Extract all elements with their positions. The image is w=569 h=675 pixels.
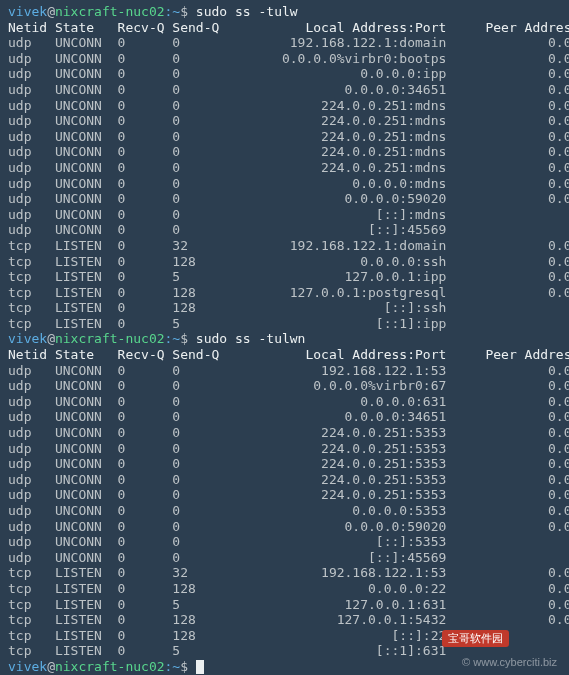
table-row: udp UNCONN 0 0 0.0.0.0:mdns 0.0.0.0:* [8, 176, 561, 192]
table-row: udp UNCONN 0 0 0.0.0.0:631 0.0.0.0:* [8, 394, 561, 410]
table-row: udp UNCONN 0 0 192.168.122.1:53 0.0.0.0:… [8, 363, 561, 379]
table-row: tcp LISTEN 0 5 127.0.0.1:ipp 0.0.0.0:* [8, 269, 561, 285]
table-row: tcp LISTEN 0 32 192.168.122.1:53 0.0.0.0… [8, 565, 561, 581]
table-row: tcp LISTEN 0 128 0.0.0.0:22 0.0.0.0:* [8, 581, 561, 597]
table-row: tcp LISTEN 0 128 [::]:ssh [::]:* [8, 300, 561, 316]
table-row: udp UNCONN 0 0 224.0.0.251:5353 0.0.0.0:… [8, 487, 561, 503]
prompt-host: nixcraft-nuc02 [55, 4, 165, 19]
table-row: tcp LISTEN 0 128 127.0.0.1:postgresql 0.… [8, 285, 561, 301]
table-row: udp UNCONN 0 0 224.0.0.251:mdns 0.0.0.0:… [8, 144, 561, 160]
table-row: udp UNCONN 0 0 0.0.0.0%virbr0:67 0.0.0.0… [8, 378, 561, 394]
table-row: udp UNCONN 0 0 0.0.0.0:34651 0.0.0.0:* [8, 82, 561, 98]
table-row: udp UNCONN 0 0 224.0.0.251:mdns 0.0.0.0:… [8, 98, 561, 114]
table-row: udp UNCONN 0 0 0.0.0.0:34651 0.0.0.0:* [8, 409, 561, 425]
table-row: udp UNCONN 0 0 224.0.0.251:5353 0.0.0.0:… [8, 441, 561, 457]
table-row: udp UNCONN 0 0 224.0.0.251:mdns 0.0.0.0:… [8, 129, 561, 145]
table-header: Netid State Recv-Q Send-Q Local Address:… [8, 347, 561, 363]
table-row: udp UNCONN 0 0 224.0.0.251:5353 0.0.0.0:… [8, 472, 561, 488]
prompt-user: vivek [8, 659, 47, 674]
copyright-watermark: © www.cyberciti.biz [462, 656, 557, 669]
cursor [196, 660, 204, 674]
table-row: udp UNCONN 0 0 0.0.0.0:ipp 0.0.0.0:* [8, 66, 561, 82]
prompt-user: vivek [8, 4, 47, 19]
table-row: tcp LISTEN 0 5 [::1]:ipp [::]:* [8, 316, 561, 332]
table-row: udp UNCONN 0 0 [::]:45569 [::]:* [8, 550, 561, 566]
prompt-host: nixcraft-nuc02 [55, 331, 165, 346]
table-row: tcp LISTEN 0 128 0.0.0.0:ssh 0.0.0.0:* [8, 254, 561, 270]
table-header: Netid State Recv-Q Send-Q Local Address:… [8, 20, 561, 36]
table-row: tcp LISTEN 0 32 192.168.122.1:domain 0.0… [8, 238, 561, 254]
table-row: udp UNCONN 0 0 224.0.0.251:5353 0.0.0.0:… [8, 456, 561, 472]
table-row: udp UNCONN 0 0 0.0.0.0:59020 0.0.0.0:* [8, 191, 561, 207]
prompt-line: vivek@nixcraft-nuc02:~$ sudo ss -tulw [8, 4, 561, 20]
table-row: tcp LISTEN 0 128 127.0.0.1:5432 0.0.0.0:… [8, 612, 561, 628]
prompt-host: nixcraft-nuc02 [55, 659, 165, 674]
table-row: udp UNCONN 0 0 0.0.0.0:5353 0.0.0.0:* [8, 503, 561, 519]
command-text: sudo ss -tulwn [196, 331, 306, 346]
prompt-line: vivek@nixcraft-nuc02:~$ sudo ss -tulwn [8, 331, 561, 347]
table-row: udp UNCONN 0 0 0.0.0.0:59020 0.0.0.0:* [8, 519, 561, 535]
table-row: udp UNCONN 0 0 [::]:5353 [::]:* [8, 534, 561, 550]
prompt-user: vivek [8, 331, 47, 346]
table-row: udp UNCONN 0 0 [::]:45569 [::]:* [8, 222, 561, 238]
table-row: udp UNCONN 0 0 224.0.0.251:5353 0.0.0.0:… [8, 425, 561, 441]
table-row: udp UNCONN 0 0 [::]:mdns [::]:* [8, 207, 561, 223]
command-text: sudo ss -tulw [196, 4, 298, 19]
table-row: udp UNCONN 0 0 224.0.0.251:mdns 0.0.0.0:… [8, 113, 561, 129]
table-row: udp UNCONN 0 0 224.0.0.251:mdns 0.0.0.0:… [8, 160, 561, 176]
table-row: udp UNCONN 0 0 0.0.0.0%virbr0:bootps 0.0… [8, 51, 561, 67]
watermark-badge: 宝哥软件园 [442, 630, 509, 647]
table-row: udp UNCONN 0 0 192.168.122.1:domain 0.0.… [8, 35, 561, 51]
terminal-output[interactable]: vivek@nixcraft-nuc02:~$ sudo ss -tulwNet… [8, 4, 561, 675]
table-row: tcp LISTEN 0 5 127.0.0.1:631 0.0.0.0:* [8, 597, 561, 613]
